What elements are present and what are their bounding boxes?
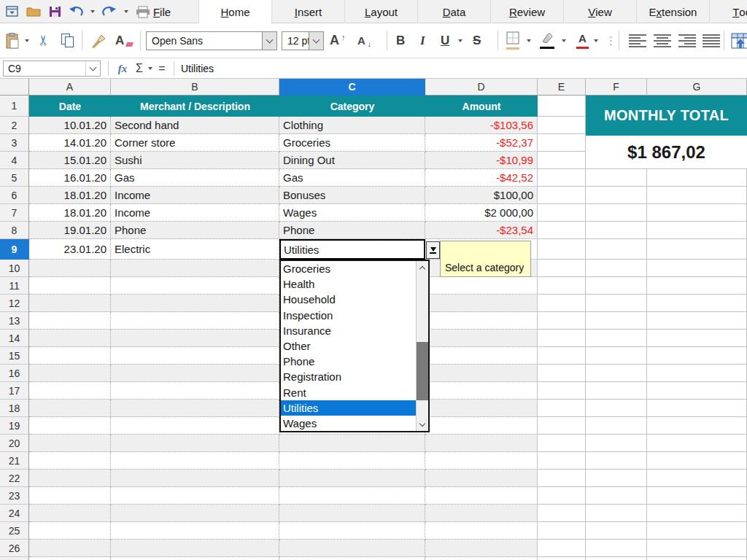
cell-F6[interactable] bbox=[586, 187, 647, 204]
cell-G7[interactable] bbox=[647, 204, 747, 222]
insert-rows-icon[interactable] bbox=[731, 23, 747, 58]
cell-B7[interactable]: Income bbox=[111, 204, 279, 222]
cell-A2[interactable]: 10.01.20 bbox=[29, 117, 111, 134]
cell-F26[interactable] bbox=[586, 540, 647, 557]
clear-formatting-icon[interactable]: A bbox=[115, 23, 133, 58]
cell-A5[interactable]: 16.01.20 bbox=[29, 169, 111, 187]
row-header-4[interactable]: 4 bbox=[0, 152, 29, 169]
cell-D13[interactable] bbox=[425, 312, 538, 330]
dropdown-option-other[interactable]: Other bbox=[281, 338, 416, 354]
dropdown-option-household[interactable]: Household bbox=[281, 292, 416, 307]
row-header-22[interactable]: 22 bbox=[0, 470, 29, 487]
cell-C7[interactable]: Wages bbox=[279, 204, 425, 222]
scroll-up-button[interactable] bbox=[417, 261, 428, 274]
corner-cell[interactable] bbox=[0, 79, 29, 96]
font-name-select[interactable]: Open Sans bbox=[146, 31, 277, 50]
cell-E12[interactable] bbox=[538, 295, 586, 312]
cell-B6[interactable]: Income bbox=[111, 187, 279, 204]
cell-G6[interactable] bbox=[647, 187, 747, 204]
formula-icon[interactable]: = bbox=[156, 58, 168, 79]
borders-dropdown-icon[interactable] bbox=[527, 23, 531, 58]
column-header-c[interactable]: C bbox=[279, 79, 425, 96]
column-header-b[interactable]: B bbox=[111, 79, 279, 96]
cell-F17[interactable] bbox=[586, 382, 647, 400]
row-header-3[interactable]: 3 bbox=[0, 134, 29, 152]
sum-icon[interactable]: Σ bbox=[133, 58, 146, 79]
decrease-font-icon[interactable]: A↓ bbox=[357, 23, 371, 58]
align-right-icon[interactable] bbox=[678, 23, 696, 58]
italic-button[interactable]: I bbox=[420, 23, 425, 58]
row-header-24[interactable]: 24 bbox=[0, 505, 29, 522]
cell-C3[interactable]: Groceries bbox=[279, 134, 425, 152]
align-center-icon[interactable] bbox=[654, 23, 671, 58]
name-box-dropdown-icon[interactable] bbox=[85, 61, 100, 76]
cell-G19[interactable] bbox=[647, 417, 747, 435]
cell-G10[interactable] bbox=[647, 260, 747, 277]
row-header-5[interactable]: 5 bbox=[0, 169, 29, 187]
cell-C22[interactable] bbox=[279, 470, 425, 487]
cell-B11[interactable] bbox=[111, 277, 279, 295]
cell-E24[interactable] bbox=[538, 505, 586, 522]
cell-A4[interactable]: 15.01.20 bbox=[29, 152, 111, 169]
cell-A12[interactable] bbox=[29, 295, 111, 312]
cell-B20[interactable] bbox=[111, 435, 279, 452]
cell-G18[interactable] bbox=[647, 400, 747, 417]
borders-icon[interactable] bbox=[506, 23, 519, 58]
cell-A13[interactable] bbox=[29, 312, 111, 330]
cell-A18[interactable] bbox=[29, 400, 111, 417]
cell-B24[interactable] bbox=[111, 505, 279, 522]
cell-F18[interactable] bbox=[586, 400, 647, 417]
font-color-dropdown-icon[interactable] bbox=[594, 23, 598, 58]
tab-data[interactable]: Data bbox=[417, 0, 490, 23]
cell-A7[interactable]: 18.01.20 bbox=[29, 204, 111, 222]
row-header-12[interactable]: 12 bbox=[0, 295, 29, 312]
cell-D12[interactable] bbox=[425, 295, 538, 312]
cell-B23[interactable] bbox=[111, 487, 279, 505]
cell-F27[interactable] bbox=[586, 557, 647, 560]
row-header-25[interactable]: 25 bbox=[0, 522, 29, 540]
cell-E15[interactable] bbox=[538, 347, 586, 365]
save-icon[interactable] bbox=[47, 3, 63, 20]
cell-F13[interactable] bbox=[586, 312, 647, 330]
cell-A8[interactable]: 19.01.20 bbox=[29, 222, 111, 239]
cell-G9[interactable] bbox=[647, 239, 747, 260]
dropdown-option-utilities[interactable]: Utilities bbox=[281, 400, 416, 416]
cell-G12[interactable] bbox=[647, 295, 747, 312]
row-header-26[interactable]: 26 bbox=[0, 540, 29, 557]
tab-insert[interactable]: Insert bbox=[271, 0, 344, 23]
cell-C24[interactable] bbox=[279, 505, 425, 522]
row-header-15[interactable]: 15 bbox=[0, 347, 29, 365]
cell-B26[interactable] bbox=[111, 540, 279, 557]
cell-E19[interactable] bbox=[538, 417, 586, 435]
cell-A9[interactable]: 23.01.20 bbox=[29, 239, 111, 260]
paste-button[interactable] bbox=[6, 23, 19, 58]
cell-D11[interactable] bbox=[425, 277, 538, 295]
font-name-dropdown-icon[interactable] bbox=[262, 32, 276, 50]
cell-A27[interactable] bbox=[29, 557, 111, 560]
cell-A11[interactable] bbox=[29, 277, 111, 295]
dropdown-option-health[interactable]: Health bbox=[281, 276, 416, 292]
cell-D18[interactable] bbox=[425, 400, 538, 417]
row-header-18[interactable]: 18 bbox=[0, 400, 29, 417]
cell-E6[interactable] bbox=[538, 187, 586, 204]
scroll-down-button[interactable] bbox=[417, 418, 428, 431]
cell-A1[interactable]: Date bbox=[29, 96, 111, 117]
cell-C8[interactable]: Phone bbox=[279, 222, 425, 239]
row-header-16[interactable]: 16 bbox=[0, 365, 29, 382]
row-header-9[interactable]: 9 bbox=[0, 239, 29, 260]
cell-A6[interactable]: 18.01.20 bbox=[29, 187, 111, 204]
cell-F22[interactable] bbox=[586, 470, 647, 487]
cell-F11[interactable] bbox=[586, 277, 647, 295]
strikethrough-button[interactable]: S bbox=[473, 23, 481, 58]
row-header-17[interactable]: 17 bbox=[0, 382, 29, 400]
cell-A19[interactable] bbox=[29, 417, 111, 435]
cell-D15[interactable] bbox=[425, 347, 538, 365]
row-header-10[interactable]: 10 bbox=[0, 260, 29, 277]
cell-B16[interactable] bbox=[111, 365, 279, 382]
dropdown-scrollbar[interactable] bbox=[416, 261, 428, 431]
cell-A17[interactable] bbox=[29, 382, 111, 400]
cell-G27[interactable] bbox=[647, 557, 747, 560]
cell-E25[interactable] bbox=[538, 522, 586, 540]
cell-B14[interactable] bbox=[111, 330, 279, 347]
cell-E26[interactable] bbox=[538, 540, 586, 557]
